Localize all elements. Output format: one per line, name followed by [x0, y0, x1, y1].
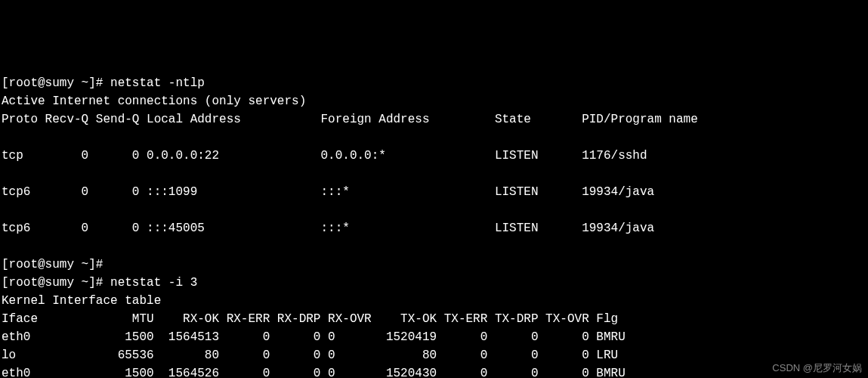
prompt-line-1: [root@sumy ~]# netstat -ntlp — [2, 76, 205, 90]
watermark: CSDN @尼罗河女娲 — [772, 361, 862, 376]
prompt-line-3: [root@sumy ~]# netstat -i 3 — [2, 276, 197, 290]
iface-row: lo 65536 80 0 0 0 80 0 0 0 LRU — [2, 349, 618, 362]
prompt-line-2: [root@sumy ~]# — [2, 258, 110, 271]
prompt: [root@sumy ~]# — [2, 76, 110, 90]
iface-columns: Iface MTU RX-OK RX-ERR RX-DRP RX-OVR TX-… — [2, 312, 618, 326]
command-2[interactable]: netstat -i 3 — [110, 276, 197, 290]
netstat-row: tcp6 0 0 :::1099 :::* LISTEN 19934/java — [2, 185, 654, 199]
netstat-columns: Proto Recv-Q Send-Q Local Address Foreig… — [2, 113, 698, 126]
netstat-row: tcp 0 0 0.0.0.0:22 0.0.0.0:* LISTEN 1176… — [2, 149, 647, 163]
netstat-header: Active Internet connections (only server… — [2, 94, 306, 108]
netstat-row: tcp6 0 0 :::45005 :::* LISTEN 19934/java — [2, 222, 654, 235]
command-1[interactable]: netstat -ntlp — [110, 76, 205, 90]
iface-header: Kernel Interface table — [2, 294, 161, 308]
iface-row: eth0 1500 1564513 0 0 0 1520419 0 0 0 BM… — [2, 330, 626, 344]
prompt: [root@sumy ~]# — [2, 276, 110, 290]
iface-row: eth0 1500 1564526 0 0 0 1520430 0 0 0 BM… — [2, 367, 626, 378]
